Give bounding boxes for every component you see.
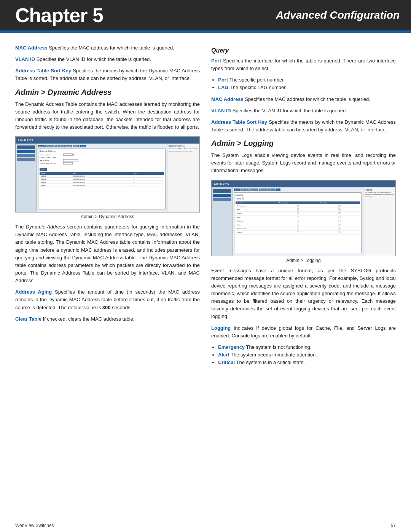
mac-address-intro: MAC Address Specifies the MAC address fo…: [15, 44, 200, 52]
address-sort-key-intro: Address Table Sort Key Specifies the mea…: [15, 67, 200, 82]
page-footer: WebView Switches 57: [0, 519, 411, 532]
address-aging-term: Address Aging Specifies the amount of ti…: [15, 288, 200, 311]
section-title: Advanced Configuration: [276, 9, 400, 21]
dynamic-address-screenshot: LINKSYS Admin Port: [15, 136, 200, 212]
query-mac-term: MAC Address Specifies the MAC address fo…: [211, 96, 396, 103]
right-column: Query Port Specifies the interface for w…: [211, 44, 396, 370]
footer-page-number: 57: [391, 523, 396, 528]
query-port-intro: Port Specifies the interface for which t…: [211, 57, 396, 72]
query-vlan-term: VLAN ID Specifies the VLAN ID for which …: [211, 107, 396, 115]
address-sort-key-term: Address Table Sort Key: [15, 68, 71, 73]
admin-logging-title: Admin > Logging: [211, 139, 396, 148]
logging-term: Logging Indicates if device global logs …: [211, 324, 396, 340]
main-content: MAC Address Specifies the MAC address fo…: [0, 33, 411, 382]
alert-bullet: Alert The system needs immediate attenti…: [218, 351, 396, 359]
logging-body1: The System Logs enable viewing device ev…: [211, 152, 396, 174]
query-bullet-list: Port The specific port number. LAG The s…: [218, 76, 396, 91]
page-header: Chapter 5 Advanced Configuration: [0, 0, 411, 30]
emergency-bullet: Emergency The system is not functioning.: [218, 343, 396, 351]
clear-table-term: Clear Table If checked, clears the MAC a…: [15, 315, 200, 323]
logging-body2: Event messages have a unique format, as …: [211, 267, 396, 321]
dynamic-address-caption: Admin > Dynamic Address: [15, 214, 200, 219]
logging-bullet-list: Emergency The system is not functioning.…: [218, 343, 396, 366]
footer-product: WebView Switches: [15, 523, 54, 528]
dynamic-address-body2: The Dynamic Address screen contains para…: [15, 223, 200, 284]
query-sort-key-term: Address Table Sort Key Specifies the mea…: [211, 118, 396, 134]
mac-address-term: MAC Address: [15, 45, 48, 51]
vlan-id-intro: VLAN ID Specifies the VLAN ID for which …: [15, 56, 200, 63]
query-lag-bullet: LAG The specific LAG number.: [218, 84, 396, 91]
left-column: MAC Address Specifies the MAC address fo…: [15, 44, 200, 370]
query-section-title: Query: [211, 47, 396, 54]
vlan-id-term: VLAN ID: [15, 56, 35, 62]
query-port-bullet: Port The specific port number.: [218, 76, 396, 84]
logging-screenshot: LINKSYS Admin Port Management: [211, 180, 396, 256]
logging-caption: Admin > Logging: [211, 258, 396, 263]
critical-bullet: Critical The system is in a critical sta…: [218, 359, 396, 366]
chapter-title: Chapter 5: [15, 4, 103, 27]
dynamic-address-body1: The Dynamic Address Table contains the M…: [15, 101, 200, 131]
section-dynamic-address-title: Admin > Dynamic Address: [15, 88, 200, 97]
